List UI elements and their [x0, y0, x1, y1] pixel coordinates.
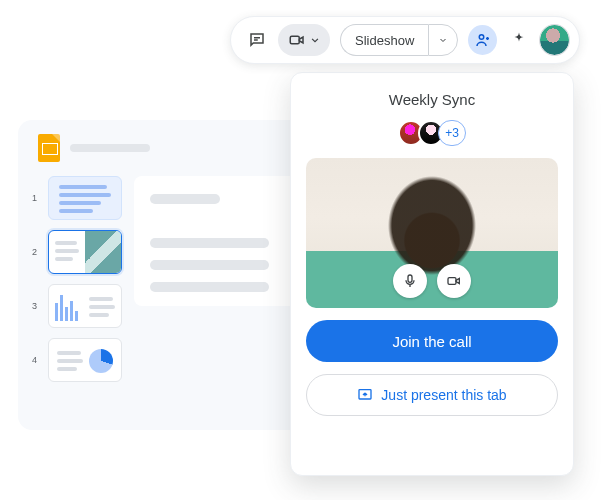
slide-thumbnail-strip: 1 2 3 4: [32, 176, 122, 382]
slideshow-dropdown-button[interactable]: [428, 24, 458, 56]
slideshow-button[interactable]: Slideshow: [340, 24, 428, 56]
person-add-icon: [474, 31, 492, 49]
slide-thumb-row[interactable]: 4: [32, 338, 122, 382]
slide-thumb-row[interactable]: 3: [32, 284, 122, 328]
gemini-icon[interactable]: [507, 28, 530, 52]
meet-join-panel: Weekly Sync +3 Join the call Just presen…: [290, 72, 574, 476]
slide-thumb-row[interactable]: 2: [32, 230, 122, 274]
slide-number: 4: [32, 355, 40, 365]
slide-thumb-row[interactable]: 1: [32, 176, 122, 220]
participant-avatars: +3: [398, 120, 466, 146]
camera-button[interactable]: [437, 264, 471, 298]
text-placeholder: [150, 282, 269, 292]
slide-number: 1: [32, 193, 40, 203]
slide-canvas[interactable]: [134, 176, 306, 306]
doc-title-placeholder: [70, 144, 150, 152]
text-placeholder: [150, 260, 269, 270]
present-tab-label: Just present this tab: [381, 387, 506, 403]
text-placeholder: [150, 238, 269, 248]
toolbar: Slideshow: [230, 16, 580, 64]
bar-chart-icon: [55, 293, 83, 321]
slideshow-label: Slideshow: [355, 33, 414, 48]
slides-logo-icon: [38, 134, 60, 162]
self-video-preview: [306, 158, 558, 308]
join-call-label: Join the call: [392, 333, 471, 350]
slide-thumbnail-2-selected[interactable]: [48, 230, 122, 274]
slide-image-icon: [85, 231, 121, 274]
microphone-button[interactable]: [393, 264, 427, 298]
chevron-down-icon: [308, 33, 322, 47]
present-tab-button[interactable]: Just present this tab: [306, 374, 558, 416]
video-camera-icon: [446, 273, 462, 289]
slide-number: 2: [32, 247, 40, 257]
meeting-title: Weekly Sync: [389, 91, 475, 108]
video-camera-icon: [288, 31, 306, 49]
pie-chart-icon: [89, 349, 113, 373]
more-participants-chip[interactable]: +3: [438, 120, 466, 146]
svg-rect-3: [448, 278, 456, 285]
editor-body: 1 2 3 4: [32, 176, 306, 382]
svg-rect-2: [408, 275, 412, 282]
slideshow-split-button: Slideshow: [340, 24, 458, 56]
share-button[interactable]: [468, 25, 497, 55]
svg-point-1: [479, 35, 484, 40]
meet-camera-button[interactable]: [278, 24, 330, 56]
slides-editor-card: 1 2 3 4: [18, 120, 320, 430]
profile-avatar[interactable]: [540, 25, 569, 55]
doc-header: [32, 134, 306, 162]
svg-rect-0: [290, 36, 299, 44]
slide-thumbnail-3[interactable]: [48, 284, 122, 328]
comments-icon[interactable]: [245, 28, 268, 52]
slide-thumbnail-4[interactable]: [48, 338, 122, 382]
chevron-down-icon: [437, 34, 449, 46]
slide-number: 3: [32, 301, 40, 311]
slide-thumbnail-1[interactable]: [48, 176, 122, 220]
video-controls: [393, 264, 471, 298]
present-to-all-icon: [357, 387, 373, 403]
text-placeholder: [150, 194, 220, 204]
join-call-button[interactable]: Join the call: [306, 320, 558, 362]
microphone-icon: [402, 273, 418, 289]
